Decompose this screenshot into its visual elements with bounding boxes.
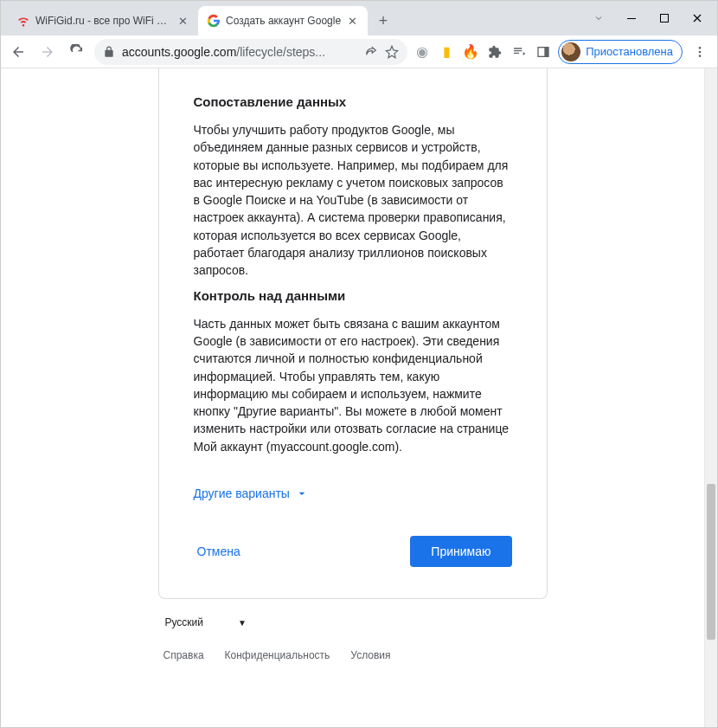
tab-title: WiFiGid.ru - все про WiFi и бесп [35, 15, 171, 27]
scrollbar[interactable] [704, 68, 717, 728]
wifi-icon [16, 14, 30, 28]
extension-icon[interactable]: ▮ [437, 42, 456, 61]
extension-icon[interactable]: 🔥 [461, 42, 480, 61]
new-tab-button[interactable]: + [371, 9, 395, 33]
language-label: Русский [165, 616, 204, 628]
section-heading: Сопоставление данных [194, 94, 512, 109]
svg-rect-0 [627, 18, 636, 19]
avatar [561, 42, 580, 61]
tab-title: Создать аккаунт Google [226, 15, 341, 27]
footer-link-help[interactable]: Справка [163, 649, 204, 661]
tab-inactive[interactable]: WiFiGid.ru - все про WiFi и бесп ✕ [8, 6, 198, 35]
page-footer: Русский ▼ Справка Конфиденциальность Усл… [158, 611, 548, 661]
back-button[interactable] [6, 40, 30, 64]
dropdown-arrow-icon: ▼ [238, 618, 247, 628]
reload-button[interactable] [65, 40, 89, 64]
minimize-button[interactable] [615, 5, 648, 31]
star-icon[interactable] [385, 45, 399, 59]
browser-toolbar: accounts.google.com/lifecycle/steps... ◉… [1, 35, 717, 68]
footer-links: Справка Конфиденциальность Условия [163, 649, 542, 661]
maximize-button[interactable] [648, 5, 681, 31]
menu-button[interactable] [688, 40, 712, 64]
browser-titlebar: WiFiGid.ru - все про WiFi и бесп ✕ Созда… [1, 1, 717, 35]
section-text: Часть данных может быть связана с вашим … [194, 315, 512, 455]
profile-status: Приостановлена [586, 45, 673, 58]
close-icon[interactable]: ✕ [176, 15, 189, 28]
extension-icon[interactable]: ◉ [413, 42, 432, 61]
footer-link-terms[interactable]: Условия [350, 649, 390, 661]
language-select[interactable]: Русский ▼ [163, 611, 248, 634]
forward-button[interactable] [35, 40, 60, 64]
url-text: accounts.google.com/lifecycle/steps... [122, 45, 357, 59]
section-heading: Контроль над данными [194, 288, 512, 303]
signup-card: Сопоставление данных Чтобы улучшить рабо… [158, 68, 548, 599]
profile-chip[interactable]: Приостановлена [558, 40, 683, 64]
footer-link-privacy[interactable]: Конфиденциальность [225, 649, 330, 661]
section-text: Чтобы улучшить работу продуктов Google, … [194, 121, 512, 280]
cancel-button[interactable]: Отмена [194, 538, 244, 565]
chevron-down-icon[interactable] [582, 5, 615, 31]
extensions-button[interactable] [485, 42, 504, 61]
address-bar[interactable]: accounts.google.com/lifecycle/steps... [94, 39, 407, 65]
svg-point-4 [699, 47, 702, 49]
window-controls [582, 1, 717, 35]
page-content: Сопоставление данных Чтобы улучшить рабо… [1, 68, 704, 728]
more-options-label: Другие варианты [194, 486, 290, 500]
reading-list-icon[interactable] [510, 42, 529, 61]
scrollbar-thumb[interactable] [707, 484, 715, 640]
accept-button[interactable]: Принимаю [410, 536, 511, 567]
google-icon [207, 14, 221, 28]
more-options-toggle[interactable]: Другие варианты [194, 486, 309, 500]
svg-point-6 [699, 55, 702, 57]
close-button[interactable] [681, 5, 714, 31]
share-icon[interactable] [364, 45, 378, 59]
svg-rect-3 [544, 47, 548, 56]
svg-point-5 [699, 50, 702, 53]
tab-active[interactable]: Создать аккаунт Google ✕ [198, 6, 368, 35]
close-icon[interactable]: ✕ [346, 15, 359, 28]
lock-icon [103, 46, 115, 58]
sidepanel-icon[interactable] [534, 42, 553, 61]
chevron-down-icon [295, 486, 309, 500]
action-row: Отмена Принимаю [194, 536, 512, 567]
svg-rect-1 [661, 15, 669, 23]
